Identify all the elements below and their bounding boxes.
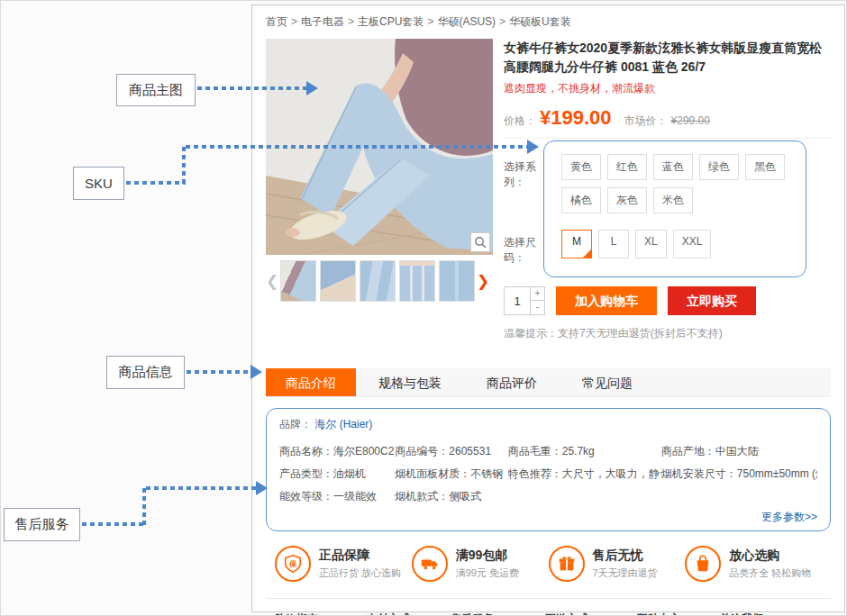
footer-col-help: 帮助中心 常见问题 新闻资讯 联系我们: [637, 611, 720, 616]
series-chip-orange[interactable]: 橘色: [561, 187, 601, 213]
size-label: 选择尺码：: [504, 230, 554, 266]
annotation-arrow-sku-seg3: [186, 145, 527, 149]
footer-col-follow-us: 关注我们 3E 3E: [720, 611, 821, 616]
spec-item: 烟机面板材质：不锈钢: [395, 467, 507, 482]
breadcrumb-separator: >: [348, 15, 354, 28]
footer-col-payment: 支付方式 货到付款 网上支付 分期付款 银行转帐: [367, 611, 451, 616]
brand-label: 品牌：: [279, 418, 312, 430]
series-chip-green[interactable]: 绿色: [699, 154, 739, 180]
service-guarantee-bar: 保 正品保障正品行货 放心选购 满99包邮满99元 免运费 售后无忧7天无理由退…: [266, 531, 831, 594]
annotation-arrow-after-sales-seg3: [146, 486, 256, 490]
quantity-stepper: + -: [504, 286, 545, 315]
size-chip-xxl[interactable]: XXL: [673, 230, 712, 258]
tab-product-intro[interactable]: 商品介绍: [266, 368, 356, 396]
add-to-cart-button[interactable]: 加入购物车: [556, 286, 657, 315]
service-genuine: 保 正品保障正品行货 放心选购: [275, 546, 412, 582]
annotation-arrow-after-sales-seg1: [82, 522, 146, 526]
footer-col-delivery: 配送方式 上门自提 211限时达 配送服务查询 配送费收取标准 海外配送: [545, 611, 637, 616]
product-gallery: ❮ ❯: [266, 39, 493, 341]
thumbnail-1[interactable]: [280, 260, 316, 302]
tab-spec-package[interactable]: 规格与包装: [356, 368, 464, 396]
spec-item: 能效等级：一级能效: [279, 489, 395, 504]
size-chip-l[interactable]: L: [598, 230, 629, 258]
thumbnail-strip: ❮ ❯: [266, 260, 493, 302]
footer-col-aftersales: 售后服务 售后政策 价格保护 退款说明 返修/退换货 取消订单: [451, 611, 545, 616]
breadcrumb-separator: >: [499, 15, 505, 28]
series-chip-beige[interactable]: 米色: [653, 187, 693, 213]
annotation-main-image: 商品主图: [116, 74, 196, 106]
annotation-arrow-sku-seg2: [182, 147, 186, 185]
truck-icon: [412, 546, 448, 582]
tip-text: 支持7天无理由退货(拆封后不支持): [558, 327, 723, 340]
arrowhead-icon: [306, 81, 318, 95]
breadcrumb-link-category[interactable]: 电子电器: [301, 15, 344, 28]
buy-now-button[interactable]: 立即购买: [668, 286, 756, 315]
breadcrumb-link-current[interactable]: 华硕板U套装: [509, 15, 571, 28]
series-chip-blue[interactable]: 蓝色: [653, 154, 693, 180]
service-aftersales: 售后无忧7天无理由退货: [549, 546, 686, 582]
size-options: M L XL XXL: [554, 230, 799, 266]
series-label: 选择系列：: [504, 154, 554, 221]
spec-item: 产品类型：油烟机: [279, 467, 395, 482]
breadcrumb-separator: >: [427, 15, 433, 28]
annotation-product-info: 商品信息: [106, 356, 185, 389]
breadcrumb-link-brand[interactable]: 华硕(ASUS): [437, 15, 496, 28]
market-price: ¥299.00: [671, 114, 710, 127]
breadcrumb-link-home[interactable]: 首页: [266, 15, 287, 28]
series-chip-yellow[interactable]: 黄色: [561, 154, 601, 180]
size-chip-xl[interactable]: XL: [635, 230, 667, 258]
shield-icon: 保: [275, 546, 311, 582]
quantity-increase-icon[interactable]: +: [531, 287, 544, 301]
spec-item: 特色推荐：大尺寸，大吸力，静音...: [508, 467, 661, 482]
service-shipping: 满99包邮满99元 免运费: [412, 546, 549, 582]
brand-link[interactable]: 海尔 (Haier): [314, 418, 372, 430]
bag-icon: [685, 546, 721, 582]
zoom-magnifier-icon[interactable]: [470, 232, 490, 252]
market-price-label: 市场价：: [624, 113, 668, 129]
footer: 购物指南 购物流程 发票制度 服务协议 会员优惠 支付方式 货到付款 网上支付 …: [266, 598, 831, 616]
footer-col-shopping-guide: 购物指南 购物流程 发票制度 服务协议 会员优惠: [275, 611, 367, 616]
thumbs-prev-icon[interactable]: ❮: [266, 272, 278, 291]
thumbnail-3[interactable]: [360, 260, 396, 302]
screenshot-stage: 首页>电子电器>主板CPU套装>华硕(ASUS)>华硕板U套装: [0, 0, 847, 616]
arrowhead-icon: [250, 365, 262, 379]
tab-faq[interactable]: 常见问题: [560, 368, 655, 396]
breadcrumb-link-subcategory[interactable]: 主板CPU套装: [358, 15, 424, 28]
quantity-decrease-icon[interactable]: -: [531, 301, 544, 314]
size-chip-m-selected[interactable]: M: [561, 230, 592, 258]
product-title: 女裤牛仔裤女2020夏季新款泫雅长裤女韩版显瘦直筒宽松高腰阔腿九分牛仔裤 008…: [504, 39, 831, 77]
price-label: 价格：: [504, 113, 536, 129]
series-chip-black[interactable]: 黑色: [745, 154, 785, 180]
sku-section: 选择系列： 黄色 红色 蓝色 绿色 黑色 橘色 灰色 米色: [504, 139, 831, 276]
product-info-panel: 品牌： 海尔 (Haier) 商品名称：海尔E800C2 商品编号：260553…: [266, 408, 831, 531]
spec-item: 商品名称：海尔E800C2: [279, 444, 395, 459]
tip-label: 温馨提示：: [504, 327, 558, 340]
more-params-link[interactable]: 更多参数>>: [761, 511, 817, 523]
current-price: ¥199.00: [540, 106, 612, 130]
tab-reviews[interactable]: 商品评价: [464, 368, 560, 396]
spec-item: 商品毛重：25.7kg: [508, 444, 661, 459]
series-chip-gray[interactable]: 灰色: [607, 187, 647, 213]
service-easy-shopping: 放心选购品类齐全 轻松购物: [685, 546, 822, 582]
spec-grid: 商品名称：海尔E800C2 商品编号：2605531 商品毛重：25.7kg 商…: [279, 440, 817, 504]
arrowhead-icon: [256, 481, 268, 495]
price-bar: 价格： ¥199.00 市场价： ¥299.00: [504, 100, 831, 139]
annotation-after-sales: 售后服务: [4, 508, 80, 541]
spec-item: 商品产地：中国大陆: [661, 444, 817, 459]
product-page-card: 首页>电子电器>主板CPU套装>华硕(ASUS)>华硕板U套装: [251, 5, 845, 612]
series-options: 黄色 红色 蓝色 绿色 黑色 橘色 灰色 米色: [554, 154, 799, 221]
thumbnail-5[interactable]: [439, 260, 475, 302]
annotation-arrow-sku-seg1: [126, 181, 186, 185]
thumbnail-2[interactable]: [320, 260, 356, 302]
spec-item: 烟机款式：侧吸式: [395, 489, 507, 504]
quantity-input[interactable]: [505, 287, 530, 314]
series-chip-red[interactable]: 红色: [607, 154, 647, 180]
thumbnail-4[interactable]: [399, 260, 435, 302]
annotation-arrow-product-info: [187, 370, 250, 374]
thumbs-next-icon[interactable]: ❯: [477, 272, 489, 291]
breadcrumb: 首页>电子电器>主板CPU套装>华硕(ASUS)>华硕板U套装: [266, 14, 831, 30]
promo-text: 遮肉显瘦，不挑身材，潮流爆款: [504, 81, 831, 96]
spec-item: 商品编号：2605531: [395, 444, 507, 459]
breadcrumb-separator: >: [291, 15, 297, 28]
annotation-arrow-main-image: [197, 86, 307, 90]
